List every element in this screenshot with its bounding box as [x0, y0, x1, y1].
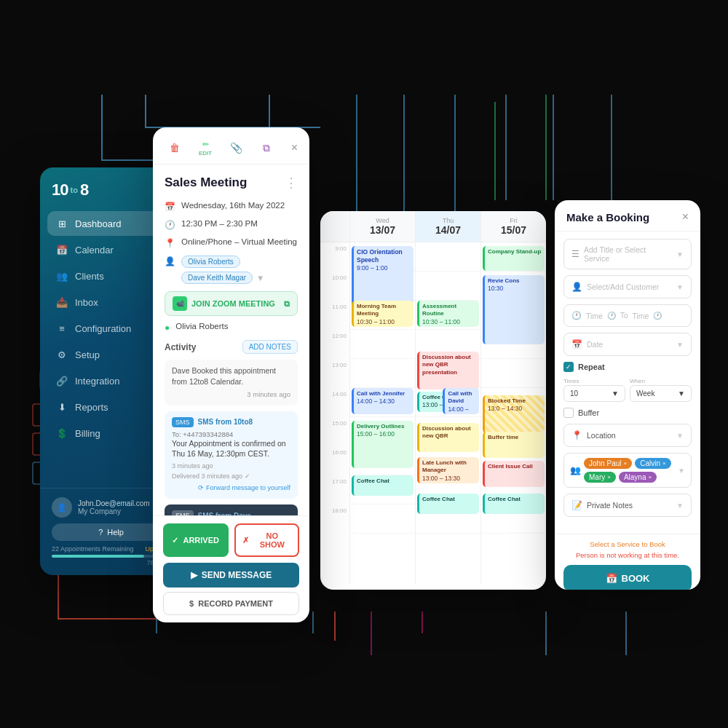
- forward-link[interactable]: ⟳ Forward message to yourself: [172, 480, 290, 493]
- time-18: 18:00: [320, 507, 349, 537]
- event-qbr-1[interactable]: Discussion about new QBR presentation: [417, 352, 479, 389]
- when-label: When: [630, 378, 692, 384]
- client-tag-1[interactable]: Olivia Roberts: [181, 256, 240, 268]
- remove-staff-icon[interactable]: ×: [623, 460, 627, 467]
- booking-body: ☰ Add Title or Select Service ▼ 👤 Select…: [555, 232, 700, 534]
- event-standup[interactable]: Company Stand-up: [483, 246, 545, 271]
- attach-button[interactable]: 📎: [226, 138, 246, 158]
- event-blocked[interactable]: Blocked Time 13:0 – 14:30: [483, 395, 545, 433]
- when-select-wrapper: When Week ▼: [630, 378, 692, 402]
- time-placeholder: Time: [586, 312, 603, 320]
- event-coffee-thu-2[interactable]: Coffee Chat: [417, 494, 479, 514]
- staff-field[interactable]: 👥 John Paul × Calvin × Mary ×: [563, 453, 692, 488]
- event-qbr-2[interactable]: Discussion about new QBR: [417, 423, 479, 452]
- logo: 10 to 8: [52, 181, 88, 199]
- staff-tag-johnpaul[interactable]: John Paul ×: [584, 458, 632, 469]
- event-title: Assessment Routine: [422, 303, 476, 318]
- event-title: Blocked Time: [488, 397, 542, 405]
- copy-button[interactable]: ⧉: [256, 138, 277, 158]
- repeat-row: ✓ Repeat: [563, 362, 692, 372]
- event-coffee-wed[interactable]: Coffee Chat: [352, 475, 414, 496]
- event-title: Company Stand-up: [488, 248, 542, 256]
- notes-icon: 📝: [571, 500, 582, 510]
- detail-actions: ✓ ARRIVED ✗ NO SHOW ▶ SEND MESSAGE $ REC…: [153, 515, 309, 622]
- notes-field[interactable]: 📝 Private Notes ▼: [563, 494, 692, 517]
- time-col-header: [320, 211, 349, 242]
- staff-tag-alayna[interactable]: Alayna ×: [619, 472, 657, 483]
- activity-item-1: Dave Booked this appointment from 12to8 …: [165, 360, 298, 405]
- when-select[interactable]: Week ▼: [630, 385, 692, 402]
- time-9: 9:00: [320, 245, 349, 274]
- repeat-checkbox[interactable]: ✓: [563, 362, 574, 372]
- event-title: Delivery Outlines: [357, 423, 411, 430]
- event-late-lunch[interactable]: Late Lunch with Manager 13:00 – 13:30: [417, 457, 479, 483]
- time-field[interactable]: 🕐 Time 🕐 To Time 🕐: [563, 304, 692, 327]
- fri-column: Company Stand-up Revie Cons 10:30 Blocke…: [480, 242, 546, 585]
- zoom-join-button[interactable]: 📹 JOIN ZOOM MEETING ⧉: [165, 291, 298, 316]
- record-icon: $: [189, 599, 194, 608]
- event-title: Coffee Chat: [488, 496, 542, 503]
- event-review-cons[interactable]: Revie Cons 10:30: [483, 275, 545, 344]
- remove-staff-icon[interactable]: ×: [648, 474, 652, 480]
- add-notes-button[interactable]: ADD NOTES: [242, 340, 298, 354]
- sms-footer-1: 3 minutes ago: [172, 462, 290, 470]
- event-call-david[interactable]: Call with David 14:00 – 14:30: [443, 388, 479, 414]
- client-tag-2[interactable]: Dave Keith Magar: [181, 272, 253, 284]
- event-title: Client Issue Call: [488, 463, 542, 470]
- fri-name: Fri: [484, 217, 543, 224]
- event-buffer[interactable]: Buffer time: [483, 432, 545, 458]
- thu-column: Assessment Routine 10:30 – 11:00 Discuss…: [415, 242, 480, 585]
- event-assessment[interactable]: Assessment Routine 10:30 – 11:00: [417, 301, 479, 327]
- event-morning-meeting[interactable]: Morning Team Meeting 10:30 – 11:00: [352, 301, 414, 327]
- arrived-button[interactable]: ✓ ARRIVED: [163, 523, 229, 557]
- sms-icon-1: SMS: [172, 417, 194, 427]
- book-button[interactable]: 📅 BOOK: [563, 565, 692, 590]
- edit-button[interactable]: ✏EDIT: [195, 138, 215, 158]
- sms-header-2: SMS SMS from Dave: [172, 510, 290, 515]
- event-coffee-fri[interactable]: Coffee Chat: [483, 494, 545, 514]
- service-placeholder: Add Title or Select Service: [584, 245, 672, 263]
- time-11: 11:00: [320, 304, 349, 333]
- sidebar-item-label: Reports: [75, 402, 108, 413]
- cal-day-wed: Wed 13/07: [349, 211, 415, 242]
- when-value: Week: [636, 389, 654, 397]
- staff-tag-mary[interactable]: Mary ×: [584, 472, 616, 483]
- event-delivery[interactable]: Delivery Outlines 15:00 – 16:00: [352, 421, 414, 468]
- delete-button[interactable]: 🗑: [165, 138, 185, 158]
- booking-close-icon[interactable]: ×: [682, 210, 689, 223]
- cal-day-thu: Thu 14/07: [415, 211, 480, 242]
- detail-close-icon[interactable]: ×: [291, 141, 298, 154]
- clock-icon: 🕐: [165, 220, 175, 230]
- more-options-icon[interactable]: ⋮: [285, 175, 298, 191]
- date-field[interactable]: 📅 Date ▼: [563, 333, 692, 356]
- record-payment-button[interactable]: $ RECORD PAYMENT: [163, 592, 299, 615]
- buffer-checkbox[interactable]: [563, 408, 574, 418]
- cal-day-fri: Fri 15/07: [480, 211, 546, 242]
- event-call-jennifer[interactable]: Call with Jennifer 14:00 – 14:30: [352, 388, 414, 414]
- client-tags: Olivia Roberts Dave Keith Magar ▼: [181, 256, 298, 284]
- reports-icon: ⬇: [56, 401, 68, 413]
- noshow-button[interactable]: ✗ NO SHOW: [234, 523, 300, 557]
- user-email: John.Doe@email.com: [78, 499, 150, 507]
- remove-staff-icon[interactable]: ×: [662, 460, 666, 467]
- remove-staff-icon[interactable]: ×: [607, 474, 611, 480]
- event-time: 13:0 – 14:30: [488, 405, 542, 413]
- location-icon: 📍: [165, 238, 175, 248]
- customer-field[interactable]: 👤 Select/Add Customer ▼: [563, 275, 692, 298]
- location-field[interactable]: 📍 Location ▼: [563, 424, 692, 447]
- appointment-date: Wednesday, 16th May 2022: [181, 201, 285, 210]
- clients-expand-icon[interactable]: ▼: [256, 274, 264, 282]
- event-client-issue[interactable]: Client Issue Call: [483, 461, 545, 487]
- sms-header-1: SMS SMS from 10to8: [172, 417, 290, 427]
- event-title: Call with Jennifer: [357, 390, 411, 397]
- send-message-button[interactable]: ▶ SEND MESSAGE: [163, 563, 299, 587]
- zoom-copy-icon[interactable]: ⧉: [284, 299, 290, 309]
- service-field[interactable]: ☰ Add Title or Select Service ▼: [563, 239, 692, 269]
- detail-content: Sales Meeting ⋮ 📅 Wednesday, 16th May 20…: [153, 165, 309, 515]
- event-time: 15:00 – 16:00: [357, 430, 411, 438]
- times-select[interactable]: 10 ▼: [563, 385, 625, 402]
- staff-tag-calvin[interactable]: Calvin ×: [635, 458, 670, 469]
- scene: 10 to 8 × ⊞ Dashboard 📅 Calendar 👥 Clien…: [0, 0, 728, 728]
- grid-line: [481, 359, 546, 388]
- error-message-2: Person is not working at this time.: [563, 551, 692, 559]
